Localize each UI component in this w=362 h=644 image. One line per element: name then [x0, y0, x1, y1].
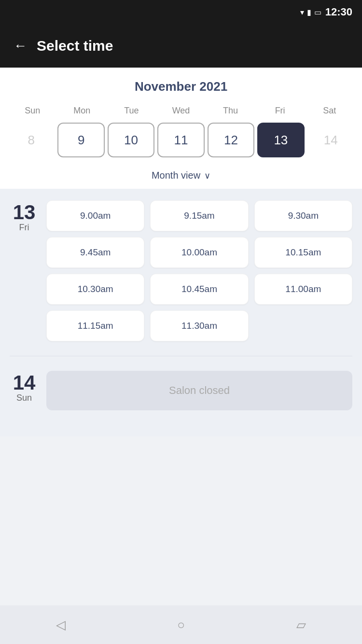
day-row: 8 9 10 11 12 13 14 — [8, 123, 354, 165]
day-block-14: 14 Sun Salon closed — [10, 371, 352, 410]
time-slot-1000[interactable]: 10.00am — [150, 237, 248, 268]
day-cell-14[interactable]: 14 — [307, 123, 354, 157]
closed-slots: Salon closed — [46, 371, 352, 410]
status-time: 12:30 — [325, 6, 352, 18]
time-slot-915[interactable]: 9.15am — [150, 200, 248, 231]
day-label-14: 14 Sun — [10, 371, 39, 410]
time-slot-1115[interactable]: 11.15am — [46, 310, 144, 341]
signal-icon: ▮ — [307, 8, 311, 17]
bottom-nav: ◁ ○ ▱ — [0, 605, 362, 644]
wifi-icon: ▾ — [300, 8, 304, 17]
nav-recent-button[interactable]: ▱ — [287, 613, 316, 637]
day-cell-9[interactable]: 9 — [57, 123, 104, 157]
day-header-thu: Thu — [206, 104, 255, 118]
day-label-13: 13 Fri — [10, 200, 39, 341]
day-header-mon: Mon — [57, 104, 107, 118]
day-cell-12[interactable]: 12 — [208, 123, 254, 157]
day-cell-13[interactable]: 13 — [257, 123, 304, 157]
month-year-label: November 2021 — [8, 79, 354, 94]
status-bar: ▾ ▮ ▭ 12:30 — [0, 0, 362, 24]
time-slot-1100[interactable]: 11.00am — [254, 274, 352, 305]
day-cell-8[interactable]: 8 — [8, 123, 55, 157]
slots-grid-13: 9.00am 9.15am 9.30am 9.45am 10.00am 10.1… — [46, 200, 352, 341]
day-header-fri: Fri — [255, 104, 305, 118]
day-header-wed: Wed — [156, 104, 206, 118]
time-slot-1130[interactable]: 11.30am — [150, 310, 248, 341]
page-title: Select time — [37, 38, 113, 54]
salon-closed-message: Salon closed — [46, 371, 352, 410]
time-slot-1015[interactable]: 10.15am — [254, 237, 352, 268]
nav-back-button[interactable]: ◁ — [46, 613, 75, 637]
calendar-section: November 2021 Sun Mon Tue Wed Thu Fri Sa… — [0, 68, 362, 189]
month-view-toggle[interactable]: Month view ∨ — [8, 165, 354, 189]
section-divider — [10, 356, 352, 356]
day-name-13: Fri — [19, 223, 29, 233]
slots-section: 13 Fri 9.00am 9.15am 9.30am 9.45am 10.00… — [0, 189, 362, 436]
time-slot-1030[interactable]: 10.30am — [46, 274, 144, 305]
time-slot-945[interactable]: 9.45am — [46, 237, 144, 268]
day-headers: Sun Mon Tue Wed Thu Fri Sat — [8, 104, 354, 118]
recent-nav-icon: ▱ — [296, 617, 306, 632]
day-header-tue: Tue — [107, 104, 156, 118]
back-nav-icon: ◁ — [56, 617, 66, 632]
day-number-14: 14 — [13, 373, 36, 393]
day-cell-10[interactable]: 10 — [108, 123, 154, 157]
day-header-sun: Sun — [8, 104, 57, 118]
header: ← Select time — [0, 24, 362, 68]
day-header-sat: Sat — [305, 104, 354, 118]
time-slot-1045[interactable]: 10.45am — [150, 274, 248, 305]
time-slot-900[interactable]: 9.00am — [46, 200, 144, 231]
time-slot-930[interactable]: 9.30am — [254, 200, 352, 231]
month-view-label: Month view — [152, 170, 200, 181]
home-nav-icon: ○ — [177, 617, 185, 632]
nav-home-button[interactable]: ○ — [167, 613, 195, 637]
battery-icon: ▭ — [314, 8, 321, 17]
back-button[interactable]: ← — [14, 38, 27, 54]
chevron-down-icon: ∨ — [204, 170, 210, 181]
status-icons: ▾ ▮ ▭ — [300, 8, 321, 17]
day-cell-11[interactable]: 11 — [157, 123, 204, 157]
day-block-13: 13 Fri 9.00am 9.15am 9.30am 9.45am 10.00… — [10, 200, 352, 341]
day-name-14: Sun — [16, 393, 32, 403]
day-number-13: 13 — [13, 202, 36, 223]
